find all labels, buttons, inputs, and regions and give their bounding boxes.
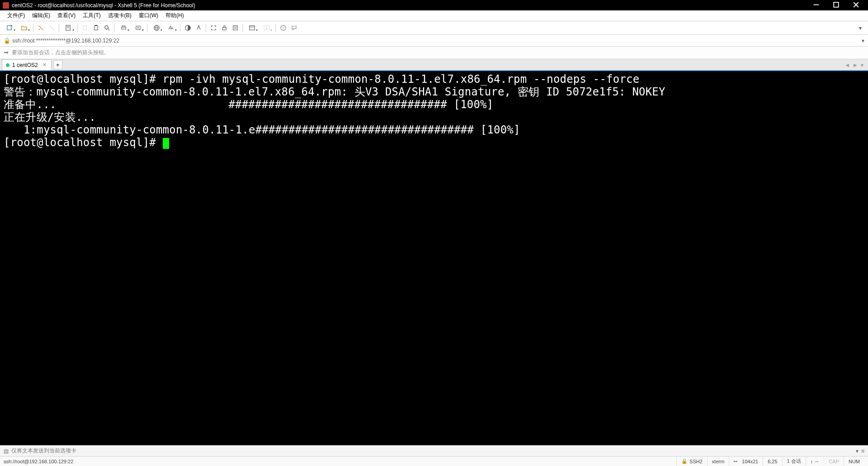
disconnect-button[interactable]	[47, 23, 57, 33]
status-connection: ssh://root@192.168.100.129:22	[4, 459, 676, 464]
status-num: NUM	[844, 456, 864, 466]
svg-rect-28	[264, 26, 266, 30]
highlight-button[interactable]	[193, 23, 203, 33]
terminal-line: 准备中... #################################…	[4, 98, 493, 111]
status-cap: CAP	[824, 456, 844, 466]
tab-status-icon	[6, 63, 9, 67]
svg-line-14	[108, 29, 109, 30]
minimize-button[interactable]	[810, 1, 822, 10]
svg-rect-1	[834, 2, 839, 7]
separator	[114, 24, 114, 32]
paste-button[interactable]	[91, 23, 101, 33]
separator	[77, 24, 78, 32]
hint-arrow-icon[interactable]: ⮕	[4, 50, 9, 56]
svg-rect-15	[121, 27, 125, 29]
menu-bar: 文件(F) 编辑(E) 查看(V) 工具(T) 选项卡(B) 窗口(W) 帮助(…	[0, 10, 868, 21]
print-button[interactable]	[117, 23, 130, 33]
new-session-button[interactable]	[3, 23, 16, 33]
svg-rect-11	[94, 26, 98, 30]
menu-file[interactable]: 文件(F)	[4, 10, 28, 21]
terminal-line: [root@localhost mysql]# rpm -ivh mysql-c…	[4, 73, 639, 86]
tab-label: 1 centOS2	[12, 62, 38, 68]
tab-bar: 1 centOS2 ✕ + ◄ ► ▾	[0, 59, 868, 71]
new-tab-button[interactable]: +	[53, 60, 62, 69]
status-ssh: 🔒SSH2	[676, 456, 707, 466]
menu-view[interactable]: 查看(V)	[54, 10, 79, 21]
address-bar: 🔒 ssh://root:**************@192.168.100.…	[0, 35, 868, 47]
tab-nav: ◄ ► ▾	[844, 62, 866, 70]
lock-button[interactable]	[219, 23, 229, 33]
separator	[147, 24, 147, 32]
svg-rect-16	[122, 26, 125, 27]
session-tab[interactable]: 1 centOS2 ✕	[2, 59, 52, 70]
open-button[interactable]	[17, 23, 31, 33]
address-dropdown[interactable]: ▾	[862, 38, 864, 44]
title-bar: centOS2 - root@localhost:/usr/local/mysq…	[0, 0, 868, 10]
separator	[206, 24, 206, 32]
close-button[interactable]	[850, 1, 862, 10]
toolbar-overflow[interactable]: ▾	[855, 23, 865, 33]
compose-dropdown-icon[interactable]: ▾	[856, 448, 859, 454]
svg-text:?: ?	[282, 26, 284, 30]
svg-rect-4	[7, 26, 11, 30]
terminal[interactable]: [root@localhost mysql]# rpm -ivh mysql-c…	[0, 71, 868, 445]
window-title: centOS2 - root@localhost:/usr/local/mysq…	[12, 2, 810, 9]
tab-prev-icon[interactable]: ◄	[844, 62, 850, 68]
menu-tools[interactable]: 工具(T)	[79, 10, 104, 21]
fullscreen-button[interactable]	[208, 23, 218, 33]
svg-text:A: A	[171, 26, 173, 30]
svg-rect-12	[95, 25, 97, 26]
hint-text: 要添加当前会话，点击左侧的箭头按钮。	[12, 49, 109, 57]
reconnect-button[interactable]	[36, 23, 46, 33]
compose-menu-icon[interactable]: ≡	[861, 448, 864, 454]
lock-icon: 🔒	[4, 38, 10, 44]
svg-rect-10	[83, 26, 86, 30]
log-button[interactable]	[230, 23, 240, 33]
color-scheme-button[interactable]	[183, 23, 193, 33]
lock-icon: 🔒	[681, 458, 688, 464]
terminal-line: 警告：mysql-community-common-8.0.11-1.el7.x…	[4, 86, 665, 98]
menu-tabs[interactable]: 选项卡(B)	[104, 10, 135, 21]
status-bar: ssh://root@192.168.100.129:22 🔒SSH2 xter…	[0, 456, 868, 466]
encoding-button[interactable]	[150, 23, 163, 33]
separator	[59, 24, 59, 32]
status-divider: ↕ ↔	[806, 456, 824, 466]
terminal-cursor	[163, 138, 169, 149]
properties-button[interactable]	[61, 23, 75, 33]
font-button[interactable]: AA	[164, 23, 178, 33]
compose-text[interactable]: 仅将文本发送到当前选项卡	[11, 447, 76, 455]
status-session: 1 会话	[782, 456, 806, 466]
tile-button[interactable]	[259, 23, 273, 33]
separator	[33, 24, 33, 32]
menu-edit[interactable]: 编辑(E)	[28, 10, 54, 21]
tab-close-icon[interactable]: ✕	[42, 62, 47, 68]
svg-point-13	[104, 26, 108, 29]
copy-button[interactable]	[80, 23, 90, 33]
status-term: xterm	[707, 456, 729, 466]
chat-button[interactable]	[289, 23, 299, 33]
status-size: ⟷ 104x21	[729, 456, 763, 466]
tab-list-icon[interactable]: ▾	[861, 62, 863, 68]
address-text[interactable]: ssh://root:**************@192.168.100.12…	[12, 38, 119, 44]
transfer-button[interactable]	[131, 23, 145, 33]
layout-button[interactable]	[245, 23, 259, 33]
menu-window[interactable]: 窗口(W)	[135, 10, 162, 21]
tab-next-icon[interactable]: ►	[853, 62, 858, 68]
terminal-prompt: [root@localhost mysql]#	[4, 136, 163, 149]
maximize-button[interactable]	[830, 1, 842, 10]
help-button[interactable]: ?	[278, 23, 288, 33]
separator	[275, 24, 276, 32]
svg-rect-23	[233, 26, 237, 30]
find-button[interactable]	[102, 23, 112, 33]
toolbar: AA ? ▾	[0, 21, 868, 35]
separator	[180, 24, 180, 32]
svg-point-21	[198, 25, 199, 27]
hint-bar: ⮕ 要添加当前会话，点击左侧的箭头按钮。	[0, 47, 868, 59]
svg-rect-26	[249, 26, 254, 30]
status-pos: 6,25	[763, 456, 782, 466]
terminal-line: 正在升级/安装...	[4, 111, 96, 124]
compose-controls: ▾ ≡	[856, 448, 864, 454]
terminal-line: 1:mysql-community-common-8.0.11-1.e#####…	[4, 124, 520, 136]
menu-help[interactable]: 帮助(H)	[162, 10, 188, 21]
svg-rect-29	[267, 26, 269, 30]
